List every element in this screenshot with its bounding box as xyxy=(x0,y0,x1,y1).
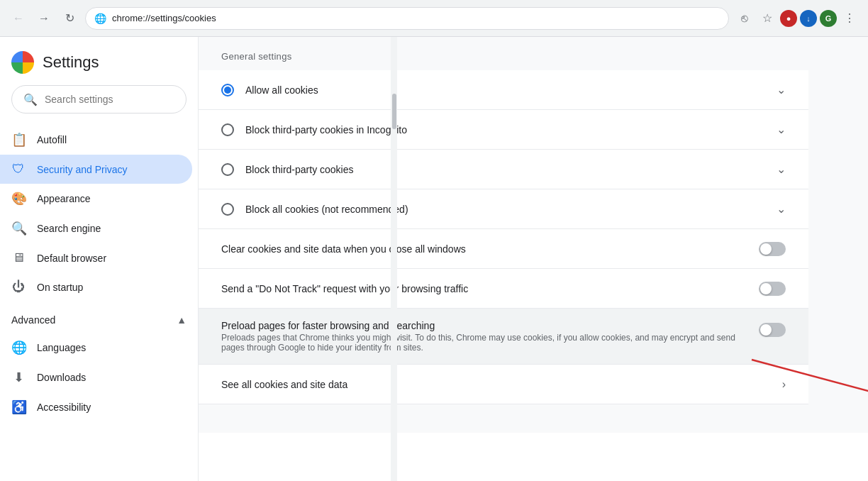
bookmark-button[interactable]: ☆ xyxy=(757,9,777,28)
advanced-label: Advanced xyxy=(11,314,55,326)
radio-option: Block third-party cookies in Incognito xyxy=(221,123,777,136)
reload-button[interactable]: ↻ xyxy=(60,9,79,28)
radio-label: Block third-party cookies in Incognito xyxy=(245,124,407,136)
radio-label: Block third-party cookies xyxy=(245,164,354,175)
share-button[interactable]: ⎋ xyxy=(735,9,755,28)
sidebar-item-appearance[interactable]: 🎨 Appearance xyxy=(0,184,192,214)
preload-toggle[interactable] xyxy=(759,323,786,337)
sidebar-item-languages[interactable]: 🌐 Languages xyxy=(0,333,192,363)
see-all-label: See all cookies and site data xyxy=(221,379,782,390)
section-heading: General settings xyxy=(199,37,808,70)
topbar-actions: ⎋ ☆ ● ↓ G ⋮ xyxy=(735,9,859,28)
chrome-logo xyxy=(11,51,34,74)
radio-label: Allow all cookies xyxy=(245,84,318,96)
chevron-right-icon: › xyxy=(782,378,786,391)
radio-option: Allow all cookies xyxy=(221,84,777,96)
clear-cookies-toggle[interactable] xyxy=(759,242,786,256)
sidebar-item-label: Appearance xyxy=(37,193,91,204)
forward-button[interactable]: → xyxy=(34,9,54,28)
radio-option: Block third-party cookies xyxy=(221,163,777,176)
toggle-do-not-track[interactable]: Send a "Do Not Track" request with your … xyxy=(199,269,808,309)
back-button[interactable]: ← xyxy=(9,9,28,28)
extension-icon-1[interactable]: ● xyxy=(780,10,797,27)
radio-block-all[interactable]: Block all cookies (not recommended) ⌄ xyxy=(199,189,808,229)
sidebar-item-label: Languages xyxy=(37,342,86,353)
radio-circle-selected xyxy=(221,84,234,96)
toggle-clear-cookies[interactable]: Clear cookies and site data when you clo… xyxy=(199,229,808,269)
downloads-icon: ⬇ xyxy=(11,370,26,385)
sidebar-item-on-startup[interactable]: ⏻ On startup xyxy=(0,272,192,302)
security-icon: 🛡 xyxy=(11,162,26,177)
autofill-icon: 📋 xyxy=(11,132,26,148)
sidebar-item-label: Search engine xyxy=(37,223,101,234)
search-bar-wrapper: 🔍 xyxy=(0,85,198,125)
search-engine-icon: 🔍 xyxy=(11,221,26,236)
radio-label: Block all cookies (not recommended) xyxy=(245,204,408,215)
radio-circle xyxy=(221,163,234,176)
sidebar-item-autofill[interactable]: 📋 Autofill xyxy=(0,125,192,155)
chevron-down-icon: ⌄ xyxy=(777,162,786,176)
preload-description: Preloads pages that Chrome thinks you mi… xyxy=(221,333,747,353)
settings-title: Settings xyxy=(43,53,99,72)
extensions-button[interactable]: ⋮ xyxy=(840,9,859,28)
main-layout: Settings 🔍 📋 Autofill 🛡 Security and Pri… xyxy=(0,37,868,481)
sidebar-item-downloads[interactable]: ⬇ Downloads xyxy=(0,363,192,392)
sidebar-item-label: Security and Privacy xyxy=(37,164,128,175)
sidebar-item-label: Accessibility xyxy=(37,402,91,413)
radio-block-third-party[interactable]: Block third-party cookies ⌄ xyxy=(199,150,808,189)
radio-allow-all[interactable]: Allow all cookies ⌄ xyxy=(199,70,808,110)
radio-option: Block all cookies (not recommended) xyxy=(221,203,777,216)
sidebar-item-label: Autofill xyxy=(37,134,67,145)
languages-icon: 🌐 xyxy=(11,340,26,355)
chevron-down-icon: ⌄ xyxy=(777,123,786,136)
appearance-icon: 🎨 xyxy=(11,191,26,206)
extension-icon-2[interactable]: ↓ xyxy=(800,10,817,27)
topbar: ← → ↻ 🌐 chrome://settings/cookies ⎋ ☆ ● … xyxy=(0,0,868,37)
radio-block-incognito[interactable]: Block third-party cookies in Incognito ⌄ xyxy=(199,110,808,150)
address-bar[interactable]: 🌐 chrome://settings/cookies xyxy=(85,7,729,30)
default-browser-icon: 🖥 xyxy=(11,250,26,265)
advanced-header[interactable]: Advanced ▲ xyxy=(0,307,198,333)
search-input[interactable] xyxy=(45,94,174,105)
sidebar: Settings 🔍 📋 Autofill 🛡 Security and Pri… xyxy=(0,37,199,481)
sidebar-item-accessibility[interactable]: ♿ Accessibility xyxy=(0,392,192,422)
clear-cookies-label: Clear cookies and site data when you clo… xyxy=(221,243,759,255)
advanced-section: Advanced ▲ 🌐 Languages ⬇ Downloads ♿ Acc… xyxy=(0,302,198,428)
radio-circle xyxy=(221,203,234,216)
extension-icon-3[interactable]: G xyxy=(820,10,837,27)
sidebar-item-default-browser[interactable]: 🖥 Default browser xyxy=(0,243,192,272)
preload-row[interactable]: Preload pages for faster browsing and se… xyxy=(199,309,808,365)
do-not-track-label: Send a "Do Not Track" request with your … xyxy=(221,283,759,294)
sidebar-item-label: Default browser xyxy=(37,253,106,264)
sidebar-item-search-engine[interactable]: 🔍 Search engine xyxy=(0,214,192,243)
sidebar-item-label: On startup xyxy=(37,282,83,293)
sidebar-item-label: Downloads xyxy=(37,372,86,383)
on-startup-icon: ⏻ xyxy=(11,280,26,294)
radio-circle xyxy=(221,123,234,136)
site-icon: 🌐 xyxy=(94,13,106,24)
preload-label: Preload pages for faster browsing and se… xyxy=(221,320,747,331)
content-inner: General settings Allow all cookies ⌄ Blo… xyxy=(199,37,808,433)
preload-text-block: Preload pages for faster browsing and se… xyxy=(221,320,747,353)
settings-header: Settings xyxy=(0,43,198,85)
do-not-track-toggle[interactable] xyxy=(759,282,786,296)
sidebar-item-security[interactable]: 🛡 Security and Privacy xyxy=(0,155,192,184)
accessibility-icon: ♿ xyxy=(11,399,26,415)
chevron-down-icon: ⌄ xyxy=(777,83,786,96)
content: General settings Allow all cookies ⌄ Blo… xyxy=(199,37,868,433)
search-icon: 🔍 xyxy=(23,93,38,106)
search-bar[interactable]: 🔍 xyxy=(11,85,187,114)
see-all-cookies-row[interactable]: See all cookies and site data › xyxy=(199,365,808,404)
url-text: chrome://settings/cookies xyxy=(112,13,216,23)
content-wrapper: General settings Allow all cookies ⌄ Blo… xyxy=(199,37,868,481)
advanced-chevron-icon: ▲ xyxy=(177,314,187,326)
chevron-down-icon: ⌄ xyxy=(777,202,786,216)
